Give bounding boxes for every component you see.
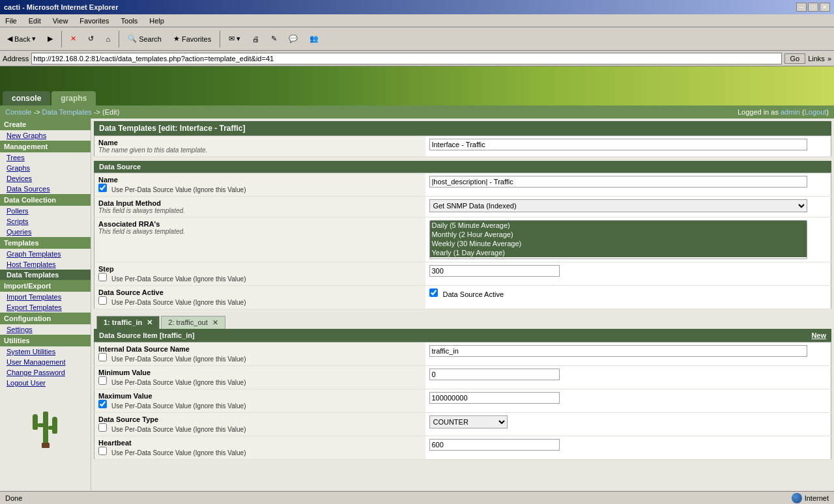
sidebar-item-settings[interactable]: Settings (0, 324, 91, 335)
heartbeat-input[interactable] (429, 439, 560, 451)
tab-traffic-out[interactable]: 2: traffic_out ✕ (161, 316, 225, 329)
sidebar-item-export-templates[interactable]: Export Templates (0, 302, 91, 313)
max-value-checkbox[interactable] (98, 400, 107, 408)
ds-active-label: Data Source Active (98, 288, 422, 296)
close-button[interactable]: ✕ (820, 3, 830, 12)
svg-rect-1 (43, 412, 48, 421)
maximize-button[interactable]: □ (808, 3, 818, 12)
ds-name-checkbox[interactable] (98, 184, 107, 192)
ds-active-value-checkbox[interactable] (429, 288, 438, 297)
status-bar: Done Internet (0, 491, 834, 504)
sidebar-item-import-templates[interactable]: Import Templates (0, 292, 91, 302)
menu-edit[interactable]: Edit (26, 16, 44, 25)
ds-active-checkbox[interactable] (98, 296, 107, 305)
content-area: Data Templates [edit: Interface - Traffi… (91, 119, 834, 491)
sidebar-item-graphs[interactable]: Graphs (0, 163, 91, 173)
logout-link[interactable]: Logout (805, 108, 827, 116)
menu-tools[interactable]: Tools (119, 16, 141, 25)
login-user[interactable]: admin (781, 108, 800, 116)
sidebar-item-scripts[interactable]: Scripts (0, 216, 91, 227)
tab-traffic-in-close[interactable]: ✕ (147, 318, 152, 326)
ds-name-input[interactable] (429, 176, 807, 188)
internal-ds-name-checkbox-label: Use Per-Data Source Value (Ignore this V… (111, 356, 246, 363)
forward-button[interactable]: ▶ (43, 33, 57, 45)
rra-label-cell: Associated RRA's This field is always te… (94, 217, 426, 262)
min-value-input[interactable] (429, 369, 560, 380)
template-name-input[interactable] (429, 139, 807, 150)
sidebar-item-logout-user[interactable]: Logout User (0, 378, 91, 388)
refresh-button[interactable]: ↺ (83, 33, 98, 45)
step-checkbox[interactable] (98, 273, 107, 281)
tab-graphs[interactable]: graphs (51, 91, 96, 105)
breadcrumb-console[interactable]: Console (5, 108, 31, 116)
menu-file[interactable]: File (3, 16, 20, 25)
stop-button[interactable]: ✕ (66, 33, 81, 45)
data-input-method-row: Data Input Method This field is always t… (94, 197, 831, 217)
ds-type-checkbox[interactable] (98, 423, 107, 432)
rra-label: Associated RRA's (98, 220, 422, 228)
go-button[interactable]: Go (784, 53, 806, 64)
sidebar-section-create: Create New Graphs (0, 119, 91, 141)
zone-label: Internet (805, 494, 829, 502)
new-button[interactable]: New (811, 331, 826, 339)
favorites-button[interactable]: ★ Favorites (169, 33, 216, 45)
sidebar-item-devices[interactable]: Devices (0, 173, 91, 184)
heartbeat-checkbox[interactable] (98, 447, 107, 455)
print-button[interactable]: 🖨 (248, 33, 264, 45)
sidebar-item-data-sources[interactable]: Data Sources (0, 184, 91, 194)
step-checkbox-label: Use Per-Data Source Value (Ignore this V… (111, 275, 246, 283)
sidebar-item-system-utilities[interactable]: System Utilities (0, 346, 91, 357)
back-button[interactable]: ◀ Back ▾ (3, 33, 40, 45)
breadcrumb-datatemplates[interactable]: Data Templates (42, 108, 92, 116)
menu-favorites[interactable]: Favorites (77, 16, 111, 25)
tab-traffic-in[interactable]: 1: traffic_in ✕ (96, 316, 160, 329)
links-label: Links (808, 55, 825, 63)
discuss-button[interactable]: 💬 (284, 33, 302, 45)
sidebar-item-user-management[interactable]: User Management (0, 357, 91, 367)
tab-console[interactable]: console (3, 91, 50, 105)
max-value-label: Maximum Value (98, 392, 422, 400)
sidebar-item-host-templates[interactable]: Host Templates (0, 259, 91, 270)
data-input-label-cell: Data Input Method This field is always t… (94, 197, 426, 217)
max-value-input[interactable] (429, 392, 560, 404)
edit-button[interactable]: ✎ (266, 33, 281, 45)
sidebar-item-trees[interactable]: Trees (0, 152, 91, 163)
menu-help[interactable]: Help (147, 16, 167, 25)
messenger-button[interactable]: 👥 (305, 33, 323, 45)
internal-ds-name-input[interactable] (429, 345, 807, 357)
sidebar-item-change-password[interactable]: Change Password (0, 367, 91, 378)
toolbar-separator-3 (220, 31, 220, 48)
sidebar-item-new-graphs[interactable]: New Graphs (0, 130, 91, 141)
address-input[interactable] (31, 53, 781, 64)
search-button[interactable]: 🔍 Search (123, 33, 166, 45)
home-button[interactable]: ⌂ (101, 33, 115, 45)
menu-view[interactable]: View (50, 16, 71, 25)
min-value-checkbox[interactable] (98, 376, 107, 385)
title-bar-text: cacti - Microsoft Internet Explorer (4, 3, 118, 11)
template-name-label-cell: Name The name given to this data templat… (94, 136, 426, 157)
sidebar-item-pollers[interactable]: Pollers (0, 206, 91, 216)
sidebar-item-queries[interactable]: Queries (0, 227, 91, 237)
step-input[interactable] (429, 265, 560, 277)
tab-traffic-out-close[interactable]: ✕ (212, 318, 218, 326)
ds-active-row: Data Source Active Use Per-Data Source V… (94, 286, 831, 309)
rra-listbox[interactable]: Daily (5 Minute Average) Monthly (2 Hour… (429, 220, 807, 259)
mail-button[interactable]: ✉ ▾ (224, 33, 245, 45)
sidebar-header-import-export: Import/Export (0, 280, 91, 292)
datasource-section-title: Data Source (94, 161, 831, 173)
minimize-button[interactable]: ─ (796, 3, 807, 12)
ds-type-select[interactable]: COUNTER GAUGE DERIVE ABSOLUTE (429, 415, 508, 428)
ds-type-label: Data Source Type (98, 415, 422, 423)
sidebar-item-data-templates[interactable]: Data Templates (0, 270, 91, 280)
links-arrow-icon: » (827, 55, 831, 63)
sidebar-item-graph-templates[interactable]: Graph Templates (0, 249, 91, 259)
mail-icon: ✉ (229, 35, 235, 43)
svg-point-6 (33, 414, 38, 419)
ds-type-checkbox-label: Use Per-Data Source Value (Ignore this V… (111, 426, 246, 433)
internal-ds-name-checkbox[interactable] (98, 353, 107, 361)
address-bar: Address Go Links » (0, 51, 834, 66)
ds-active-value-cell: Data Source Active (425, 286, 831, 309)
heartbeat-value-cell (425, 436, 831, 460)
template-name-row: Name The name given to this data templat… (94, 136, 831, 157)
data-input-select[interactable]: Get SNMP Data (Indexed) Get SNMP Data SN… (429, 199, 807, 212)
